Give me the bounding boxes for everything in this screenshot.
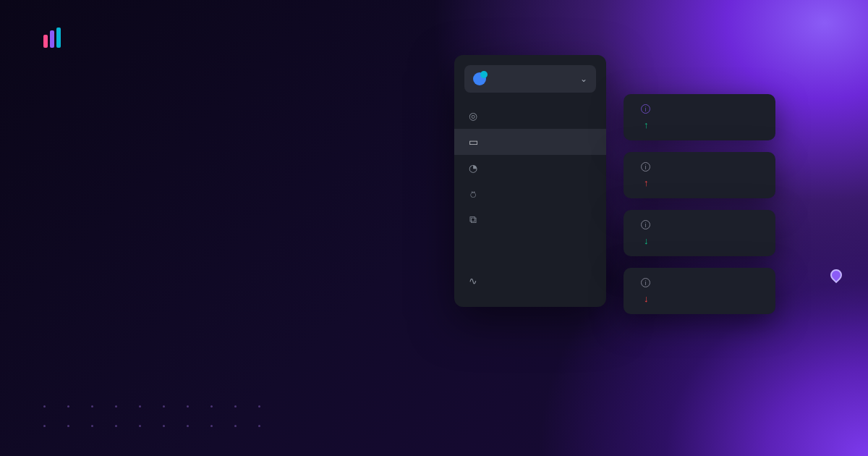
chart-icon: ⧉	[467, 214, 479, 226]
info-icon[interactable]: i	[641, 162, 650, 172]
nav-attribution[interactable]	[454, 245, 606, 256]
target-icon: ◎	[467, 110, 479, 122]
decorative-dots	[43, 405, 260, 427]
clock-icon: ◔	[467, 162, 479, 174]
nav-analyze[interactable]: ⧉	[454, 207, 606, 233]
nav-web-analytics[interactable]: ▭	[454, 129, 606, 155]
nav-funnels[interactable]	[454, 233, 606, 245]
card-visitors: i	[624, 94, 775, 140]
card-delta	[644, 177, 651, 188]
arrow-up-icon	[644, 119, 649, 130]
card-delta	[644, 119, 651, 130]
nav-journeys[interactable]	[454, 256, 606, 268]
card-visit-duration: i	[624, 152, 775, 198]
bar-chart	[615, 275, 868, 427]
pulse-icon: ∿	[467, 275, 479, 287]
chart-bars	[615, 275, 868, 420]
calendar-icon: ▭	[467, 136, 479, 148]
arrow-down-icon	[644, 235, 649, 246]
logo-icon	[43, 28, 61, 48]
info-icon[interactable]: i	[641, 104, 650, 114]
nav-contacts-hub[interactable]: ⍥	[454, 181, 606, 207]
user-icon: ⍥	[467, 188, 479, 200]
nav-events[interactable]: ∿	[454, 268, 606, 294]
replug-icon	[473, 72, 486, 85]
info-icon[interactable]: i	[641, 220, 650, 229]
workspace-selector[interactable]: ⌄	[464, 65, 596, 93]
card-title: i	[637, 220, 762, 229]
sidebar: ⌄ ◎ ▭ ◔ ⍥ ⧉ ∿	[454, 55, 606, 307]
brand-logo	[43, 28, 68, 48]
chevron-down-icon: ⌄	[580, 74, 587, 84]
card-delta	[644, 235, 651, 246]
card-bounce-rate: i	[624, 210, 775, 256]
card-title: i	[637, 104, 762, 114]
arrow-up-icon	[644, 177, 649, 188]
nav-maven-ai[interactable]: ◎	[454, 103, 606, 129]
nav-product-insights[interactable]: ◔	[454, 155, 606, 181]
card-title: i	[637, 162, 762, 172]
